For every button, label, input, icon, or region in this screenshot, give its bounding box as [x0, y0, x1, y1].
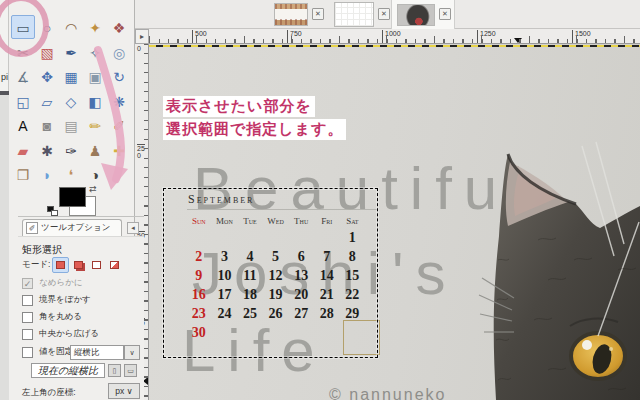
tool-align[interactable]: ▦ — [59, 64, 83, 88]
tool-move[interactable]: ✥ — [35, 64, 59, 88]
fixed-type-dropdown[interactable]: 縦横比 — [70, 345, 124, 360]
tool-ellipse-select[interactable]: ○ — [35, 15, 59, 39]
tool-scale[interactable]: ◱ — [11, 89, 35, 113]
unit-dropdown[interactable]: px ∨ — [108, 383, 140, 399]
tool-scissors-select[interactable]: ✂ — [11, 40, 35, 64]
option-feather-edges[interactable]: 境界をぼかす — [22, 294, 91, 306]
foreground-color-swatch[interactable] — [59, 187, 86, 207]
tool-rectangle-select[interactable]: ▭ — [11, 15, 35, 39]
tool-options-tab-label: ツールオプション — [41, 222, 110, 234]
tool-smudge[interactable]: ❛ — [59, 162, 83, 186]
tool-dodge-burn[interactable]: ◑ — [83, 162, 107, 186]
tool-airbrush[interactable]: ✱ — [35, 138, 59, 162]
tool-crop[interactable]: ▣ — [83, 64, 107, 88]
tool-handle-transform[interactable]: ❋ — [107, 89, 131, 113]
flip-icon: ◧ — [88, 94, 101, 110]
ruler-pointer-marker — [514, 38, 522, 43]
tab-calendar-image-thumbnail[interactable] — [274, 3, 308, 26]
option-antialias[interactable]: ✓ なめらかに — [22, 277, 83, 289]
swap-colors-icon[interactable]: ⇄ — [89, 184, 97, 194]
ellipse-select-icon: ○ — [43, 20, 51, 36]
close-tab-icon[interactable]: ✕ — [312, 8, 324, 20]
handle-transform-icon: ❋ — [113, 94, 125, 110]
h-ruler-tick-label: 750 — [287, 30, 302, 43]
mode-add-button[interactable] — [70, 257, 87, 273]
blur-sharpen-icon: ◗ — [43, 167, 51, 183]
fuzzy-select-icon: ✦ — [89, 20, 101, 36]
option-expand-from-center[interactable]: 中央から広げる — [22, 328, 99, 340]
tool-title: 矩形選択 — [22, 243, 62, 257]
dock-menu-button[interactable]: ◂ — [127, 222, 139, 234]
tab-tool-options[interactable]: ✐ ツールオプション — [22, 219, 122, 236]
annotation-line-2: 選択範囲で指定します。 — [163, 119, 346, 140]
tool-fuzzy-select[interactable]: ✦ — [83, 15, 107, 39]
tool-zoom[interactable]: ◎ — [107, 40, 131, 64]
airbrush-icon: ✱ — [41, 143, 53, 159]
tool-eraser[interactable]: ▰ — [11, 138, 35, 162]
tool-perspective-clone[interactable]: ❐ — [11, 162, 35, 186]
tab-cat-image-thumbnail[interactable] — [397, 4, 435, 26]
tool-free-select[interactable]: ◠ — [59, 15, 83, 39]
tab-blank-image-thumbnail[interactable] — [334, 2, 374, 27]
landscape-orientation-button[interactable]: ▭ — [124, 364, 137, 377]
tool-perspective[interactable]: ◇ — [59, 89, 83, 113]
paths-icon: ✒ — [65, 45, 77, 61]
pencil-icon: ✏ — [89, 118, 101, 134]
foreground-select-icon: ▧ — [40, 45, 53, 61]
portrait-orientation-button[interactable]: ▯ — [108, 364, 121, 377]
rectangle-select-icon: ▭ — [16, 20, 29, 36]
tool-color-picker[interactable]: ✧ — [83, 40, 107, 64]
toolbox-panel: ▭○◠✦❖✂▧✒✧◎∡✥▦▣↻◱▱◇◧❋A◙▤✏✐▰✱✑♟✚❐◗❛◑ ⇄ ✐ ツ… — [9, 0, 135, 400]
dropdown-arrow-icon[interactable]: ∨ — [124, 345, 140, 360]
artist-credit: © nannuneko — [329, 386, 446, 400]
tool-rotate[interactable]: ↻ — [107, 64, 131, 88]
mode-replace-button[interactable] — [52, 257, 69, 273]
h-ruler-tick-label: 1250 — [477, 30, 496, 43]
tool-select-by-color[interactable]: ❖ — [107, 15, 131, 39]
tool-heal[interactable]: ✚ — [107, 138, 131, 162]
tool-shear[interactable]: ▱ — [35, 89, 59, 113]
scissors-select-icon: ✂ — [17, 45, 29, 61]
mode-intersect-button[interactable] — [106, 257, 123, 273]
tool-paths[interactable]: ✒ — [59, 40, 83, 64]
tool-pencil[interactable]: ✏ — [83, 113, 107, 137]
checkbox-checked-icon: ✓ — [22, 278, 33, 289]
scale-icon: ◱ — [16, 94, 29, 110]
background-window-lower — [0, 95, 9, 400]
close-tab-icon[interactable]: ✕ — [378, 8, 390, 20]
tool-ink[interactable]: ✑ — [59, 138, 83, 162]
default-colors-icon[interactable] — [47, 206, 58, 216]
checkbox-icon — [22, 295, 33, 306]
horizontal-ruler[interactable]: 500750100012501500 — [149, 29, 640, 44]
close-tab-icon[interactable]: ✕ — [439, 8, 451, 20]
dodge-burn-icon: ◑ — [91, 167, 99, 183]
gimp-window: pi ▭○◠✦❖✂▧✒✧◎∡✥▦▣↻◱▱◇◧❋A◙▤✏✐▰✱✑♟✚❐◗❛◑ ⇄ … — [0, 0, 640, 400]
zoom-icon: ◎ — [113, 45, 125, 61]
tool-text[interactable]: A — [11, 113, 35, 137]
tool-blur-sharpen[interactable]: ◗ — [35, 162, 59, 186]
option-fixed[interactable]: 値を固定 — [22, 346, 73, 358]
annotation-line-1: 表示させたい部分を — [163, 96, 315, 117]
tool-measure[interactable]: ∡ — [11, 64, 35, 88]
mode-subtract-button[interactable] — [88, 257, 105, 273]
mode-row: モード: — [22, 257, 124, 273]
aspect-ratio-input[interactable]: 現在の縦横比 — [31, 363, 105, 378]
text-icon: A — [18, 118, 27, 134]
tool-clone[interactable]: ♟ — [83, 138, 107, 162]
image-canvas[interactable]: Beautiful Joshi's Life September SunMonT… — [149, 44, 640, 400]
background-window-strip: pi — [0, 0, 9, 400]
selection-marquee[interactable] — [163, 188, 378, 358]
panel-divider — [18, 216, 144, 217]
measure-icon: ∡ — [17, 69, 30, 85]
h-ruler-tick-label: 1000 — [382, 30, 401, 43]
tool-gradient[interactable]: ▤ — [59, 113, 83, 137]
checkbox-icon — [22, 312, 33, 323]
tool-foreground-select[interactable]: ▧ — [35, 40, 59, 64]
tool-flip[interactable]: ◧ — [83, 89, 107, 113]
tool-paintbrush[interactable]: ✐ — [107, 113, 131, 137]
option-rounded-corners[interactable]: 角を丸める — [22, 311, 82, 323]
image-menu-button[interactable]: ▸ — [135, 29, 149, 44]
h-ruler-tick-label: 1500 — [572, 30, 591, 43]
tool-bucket-fill[interactable]: ◙ — [35, 113, 59, 137]
color-picker-icon: ✧ — [89, 45, 101, 61]
